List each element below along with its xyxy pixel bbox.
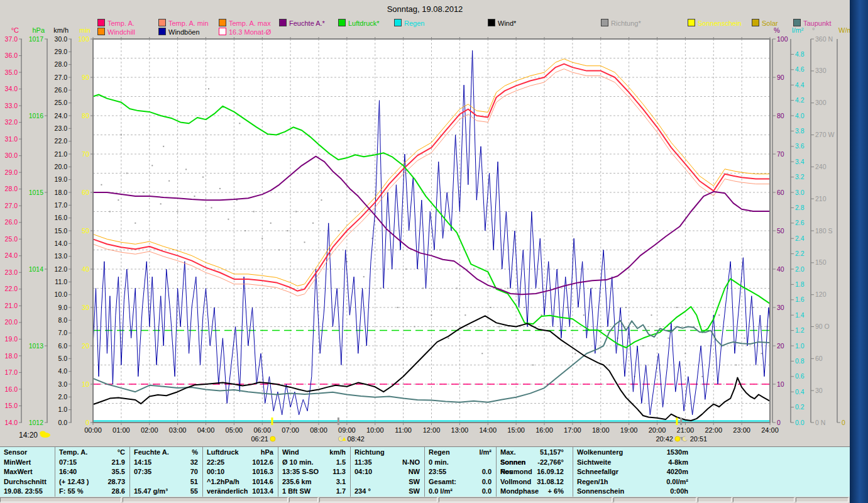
legend-item-feuchte-a[interactable]: Feuchte A.* xyxy=(279,19,325,27)
legend-label: Wind* xyxy=(498,19,516,27)
legend-item-windchill[interactable]: Windchill xyxy=(97,28,135,36)
cell-label: 19.08. 23:55 xyxy=(4,487,43,497)
cell-label: 13:35 S-SO xyxy=(282,467,319,477)
tick-label: 210 xyxy=(815,195,827,202)
cell-label: 1 Bft SW xyxy=(282,487,310,497)
x-tick-label: 16:00 xyxy=(536,426,553,434)
legend-item-solar[interactable]: Solar xyxy=(752,19,778,27)
tick-label: 50 xyxy=(777,227,784,235)
tick-label: 3.0 xyxy=(795,189,805,196)
legend-item-monatsmittel[interactable]: 16.3 Monat-Ø xyxy=(219,28,271,36)
tick-label: 12.0 xyxy=(55,265,68,273)
table-row: Sichtweite4-8km xyxy=(573,458,693,468)
legend-label: Solar xyxy=(762,19,778,27)
tick-label: 27.0 xyxy=(55,74,68,81)
dot xyxy=(194,196,195,197)
dot xyxy=(101,184,102,185)
table-row: ^1.2hPa/h1014.6 xyxy=(203,477,278,487)
statusbar-segment-6 xyxy=(698,497,732,502)
legend-item-temp-a-min[interactable]: Temp. A. min xyxy=(158,19,209,27)
tick-label: 0.2 xyxy=(795,403,805,411)
cell-value: 16.09.12 xyxy=(537,467,564,477)
tick-label: 30.0 xyxy=(5,152,18,159)
tick-label: 120 xyxy=(815,290,827,298)
cell-label: Regen xyxy=(429,448,450,458)
legend-swatch-sonnenschein xyxy=(688,19,695,26)
axis-temp: °C14.015.016.017.018.019.020.021.022.023… xyxy=(5,26,22,426)
legend-item-taupunkt[interactable]: Taupunkt xyxy=(793,19,832,27)
axis-windspeed: km/h0.01.02.03.04.05.06.07.08.09.010.011… xyxy=(53,26,72,426)
legend-item-wind[interactable]: Wind* xyxy=(488,19,516,27)
table-row: 0 min. xyxy=(425,458,496,468)
dot xyxy=(126,173,128,174)
table-row: Feuchte A.% xyxy=(130,448,202,458)
x-tick-label: 24:00 xyxy=(761,426,779,434)
legend-item-windboeen[interactable]: Windböen xyxy=(158,28,200,36)
dot xyxy=(583,314,585,316)
tick-label: 2.0 xyxy=(58,393,67,401)
legend-label: Temp. A. max xyxy=(229,19,271,27)
tick-label: 15.0 xyxy=(55,227,68,235)
table-col-temp: Temp. A.°C07:1521.916:4035.5(+ 12.43 )28… xyxy=(55,447,130,497)
tick-label: 10.0 xyxy=(55,290,68,298)
cell-label: 07:15 xyxy=(59,458,77,468)
tick-label: 0 xyxy=(85,419,89,426)
table-row: veränderlich1013.4 xyxy=(203,487,278,497)
tick-label: 36.0 xyxy=(5,52,18,59)
x-tick-label: 06:00 xyxy=(253,426,271,434)
table-col-feuchte: Feuchte A.%14:153207:35705115.47 g/m³55 xyxy=(130,447,203,497)
x-tick-label: 19:00 xyxy=(620,426,638,434)
tick-label: 15.0 xyxy=(5,402,18,409)
cell-label: Sensor xyxy=(4,448,27,458)
axis-unit-pressure: hPa xyxy=(32,26,45,34)
x-tick-label: 18:00 xyxy=(592,426,610,434)
cell-value: -22,766° xyxy=(537,458,564,468)
statusbar-segment-0 xyxy=(0,497,121,502)
table-row: LuftdruckhPa xyxy=(203,448,278,458)
tick-label: 27.0 xyxy=(5,202,18,209)
cell-label: Temp. A. xyxy=(59,448,87,458)
cell-value: % xyxy=(192,448,198,458)
legend-item-sonnenschein[interactable]: Sonnenschein xyxy=(688,19,742,27)
tick-label: 17.0 xyxy=(5,368,18,376)
tick-label: 270 W xyxy=(815,131,834,138)
tick-label: 60 xyxy=(82,189,89,196)
dot xyxy=(151,165,153,166)
tick-label: 19.0 xyxy=(5,335,18,343)
tick-label: 30.0 xyxy=(55,35,68,43)
legend-item-temp-a-max[interactable]: Temp. A. max xyxy=(219,19,271,27)
tick-label: 28.0 xyxy=(55,60,68,68)
legend-item-temp-a[interactable]: Temp. A. xyxy=(97,19,135,27)
statusbar-segment-1 xyxy=(123,497,288,502)
tick-label: 1.2 xyxy=(795,326,805,334)
dot xyxy=(312,223,314,224)
cell-value: 4020m xyxy=(667,467,688,477)
dot xyxy=(456,288,458,289)
tick-label: 26.0 xyxy=(55,86,68,94)
tick-label: 1.4 xyxy=(795,311,805,319)
table-row: 22:251012.6 xyxy=(203,458,278,468)
cell-label: MinWert xyxy=(4,458,31,468)
cell-label: 235.6 km xyxy=(282,477,311,487)
dot xyxy=(160,203,162,204)
marker-time: 20:42 xyxy=(656,435,673,443)
cell-label: Ø 10 min. xyxy=(282,458,314,468)
tick-label: 2.0 xyxy=(795,265,805,273)
table-row: Richtung xyxy=(351,448,424,458)
tick-label: 29.0 xyxy=(5,169,18,176)
cell-value: 51,157° xyxy=(540,448,564,458)
table-row: 11:35N-NO xyxy=(351,458,424,468)
weather-chart: °C14.015.016.017.018.019.020.021.022.023… xyxy=(0,0,850,446)
x-tick-label: 12:00 xyxy=(423,426,441,434)
legend-item-richtung[interactable]: Richtung* xyxy=(601,19,641,27)
table-row: Mondphase+ 6% xyxy=(497,487,568,497)
tick-label: 20 xyxy=(82,342,89,350)
tick-label: 32.0 xyxy=(5,118,18,126)
tick-label: 0.8 xyxy=(795,357,805,365)
legend-item-luftdruck[interactable]: Luftdruck* xyxy=(338,19,380,27)
dot xyxy=(253,211,255,213)
dot xyxy=(168,180,170,182)
x-tick-label: 20:00 xyxy=(649,426,666,434)
table-row: 23:550.0 xyxy=(425,467,496,477)
legend-item-regen[interactable]: Regen xyxy=(394,19,424,27)
